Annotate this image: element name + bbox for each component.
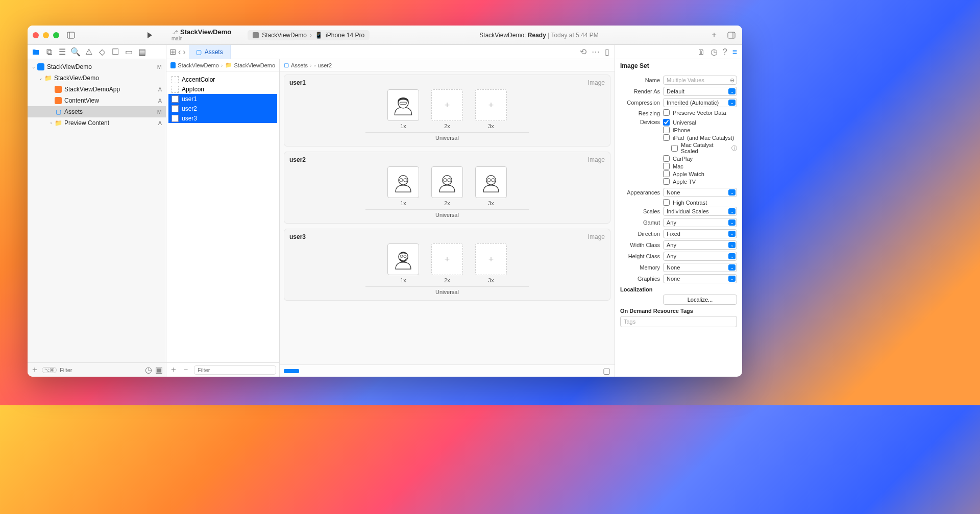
forward-button[interactable]: ›	[183, 47, 185, 57]
odr-heading: On Demand Resource Tags	[620, 308, 737, 314]
localize-button[interactable]: Localize...	[663, 295, 737, 305]
device-checkbox[interactable]	[663, 178, 670, 185]
localization-heading: Localization	[620, 286, 737, 292]
tree-item-swift[interactable]: ContentView A	[28, 95, 166, 106]
asset-item-appicon[interactable]: AppIcon	[168, 84, 277, 94]
project-icon	[37, 63, 45, 71]
library-button[interactable]: ＋	[708, 30, 720, 41]
device-option: Apple TV	[663, 178, 737, 185]
image-well[interactable]	[387, 89, 419, 121]
add-icon[interactable]: ＋	[31, 364, 39, 375]
device-checkbox[interactable]	[663, 134, 670, 141]
add-editor-icon[interactable]: ▯	[605, 47, 609, 57]
gamut-select[interactable]: Any⌄	[663, 218, 737, 227]
toggle-navigator-button[interactable]	[65, 30, 77, 41]
image-well[interactable]	[387, 166, 419, 198]
name-field[interactable]: Multiple Values⊖	[663, 76, 737, 85]
width-class-select[interactable]: Any⌄	[663, 240, 737, 250]
universal-label: Universal	[365, 209, 529, 218]
device-checkbox[interactable]	[663, 119, 670, 126]
disclosure-icon[interactable]: ⌄	[38, 76, 44, 81]
image-well[interactable]	[431, 166, 463, 198]
issue-navigator-icon[interactable]: ⚠	[85, 48, 93, 56]
recent-filter-icon[interactable]: ◷	[145, 365, 152, 375]
close-window-button[interactable]	[33, 32, 39, 38]
zoom-window-button[interactable]	[53, 32, 59, 38]
source-control-navigator-icon[interactable]: ⧉	[45, 48, 53, 56]
asset-item-user2[interactable]: user2	[168, 104, 277, 113]
image-well[interactable]: +	[431, 89, 463, 121]
scm-filter-icon[interactable]: ▣	[155, 365, 163, 375]
asset-item-user1[interactable]: user1	[168, 94, 277, 104]
image-well[interactable]: +	[431, 243, 463, 275]
test-navigator-icon[interactable]: ◇	[98, 48, 106, 56]
device-checkbox[interactable]	[671, 145, 678, 152]
branch-name: main	[172, 36, 231, 41]
editor-tab-bar: ⊞ ‹ › ▢ Assets ⟲ ⋯ ▯	[166, 45, 615, 59]
view-mode-icon[interactable]: ▢	[603, 366, 610, 376]
attributes-inspector-icon[interactable]: ≡	[732, 47, 737, 57]
asset-item-user3[interactable]: user3	[168, 113, 277, 123]
scm-filter-pill[interactable]: ⌥⌘	[42, 367, 57, 373]
navigator-filter-input[interactable]	[60, 367, 142, 373]
image-set: user3Image1x+2x+3xUniversal	[284, 229, 610, 301]
preserve-vector-checkbox[interactable]	[663, 109, 670, 116]
project-navigator-icon[interactable]	[32, 48, 40, 56]
tree-item-folder[interactable]: ⌄ 📁 StackViewDemo	[28, 72, 166, 84]
zoom-slider[interactable]	[284, 369, 299, 373]
compression-select[interactable]: Inherited (Automatic)⌄	[663, 98, 737, 107]
remove-asset-button[interactable]: －	[182, 364, 190, 375]
disclosure-icon[interactable]: ›	[48, 120, 54, 126]
report-navigator-icon[interactable]: ▤	[138, 48, 146, 56]
help-inspector-icon[interactable]: ?	[723, 47, 727, 57]
direction-select[interactable]: Fixed⌄	[663, 229, 737, 238]
tags-field[interactable]: Tags	[620, 316, 737, 327]
breadcrumb[interactable]: StackViewDemo› 📁 StackViewDemo	[166, 59, 279, 71]
device-icon: 📱	[315, 32, 323, 39]
adjust-editor-icon[interactable]: ⋯	[592, 47, 600, 57]
scheme-selector[interactable]: StackViewDemo › 📱 iPhone 14 Pro	[248, 30, 370, 40]
device-checkbox[interactable]	[663, 155, 670, 162]
image-well[interactable]	[475, 166, 507, 198]
appearances-select[interactable]: None⌄	[663, 188, 737, 197]
run-button[interactable]	[144, 30, 155, 41]
device-checkbox[interactable]	[663, 163, 670, 169]
image-well[interactable]: +	[475, 89, 507, 121]
tab-assets[interactable]: ▢ Assets	[189, 45, 231, 59]
image-well[interactable]: +	[475, 243, 507, 275]
high-contrast-checkbox[interactable]	[663, 199, 670, 206]
file-inspector-icon[interactable]: 🗎	[697, 47, 705, 57]
device-checkbox[interactable]	[663, 170, 670, 177]
add-asset-button[interactable]: ＋	[169, 364, 178, 375]
disclosure-icon[interactable]: ⌄	[31, 64, 37, 69]
symbol-navigator-icon[interactable]: ☰	[58, 48, 66, 56]
device-checkbox[interactable]	[663, 127, 670, 133]
clear-icon[interactable]: ⊖	[730, 77, 734, 84]
breadcrumb[interactable]: ▢ Assets› ▫ user2	[280, 59, 615, 71]
minimize-window-button[interactable]	[43, 32, 49, 38]
find-navigator-icon[interactable]: 🔍	[71, 48, 80, 56]
tree-item-folder[interactable]: › 📁 Preview Content A	[28, 117, 166, 129]
asset-item-accentcolor[interactable]: AccentColor	[168, 75, 277, 84]
tree-item-swift[interactable]: StackViewDemoApp A	[28, 84, 166, 95]
tree-item-project[interactable]: ⌄ StackViewDemo M	[28, 61, 166, 72]
branch-indicator[interactable]: ⎇ StackViewDemo main	[172, 29, 231, 41]
height-class-select[interactable]: Any⌄	[663, 252, 737, 261]
memory-select[interactable]: None⌄	[663, 263, 737, 272]
refresh-icon[interactable]: ⟲	[580, 47, 586, 57]
back-button[interactable]: ‹	[178, 47, 181, 57]
scales-select[interactable]: Individual Scales⌄	[663, 207, 737, 216]
render-as-select[interactable]: Default⌄	[663, 87, 737, 96]
related-items-icon[interactable]: ⊞	[169, 47, 176, 57]
history-inspector-icon[interactable]: ◷	[710, 47, 718, 57]
tree-item-assets[interactable]: ▢ Assets M	[28, 106, 166, 117]
canvas-scroll[interactable]: user1Image1x+2x+3xUniversaluser2Image1x2…	[280, 71, 615, 364]
toggle-inspector-button[interactable]	[726, 30, 737, 41]
asset-filter-input[interactable]	[194, 365, 276, 375]
scheme-device: iPhone 14 Pro	[326, 32, 364, 39]
image-well[interactable]	[387, 243, 419, 275]
debug-navigator-icon[interactable]: ☐	[111, 48, 119, 56]
graphics-select[interactable]: None⌄	[663, 274, 737, 283]
breakpoint-navigator-icon[interactable]: ▭	[125, 48, 133, 56]
info-icon[interactable]: ⓘ	[731, 144, 737, 152]
